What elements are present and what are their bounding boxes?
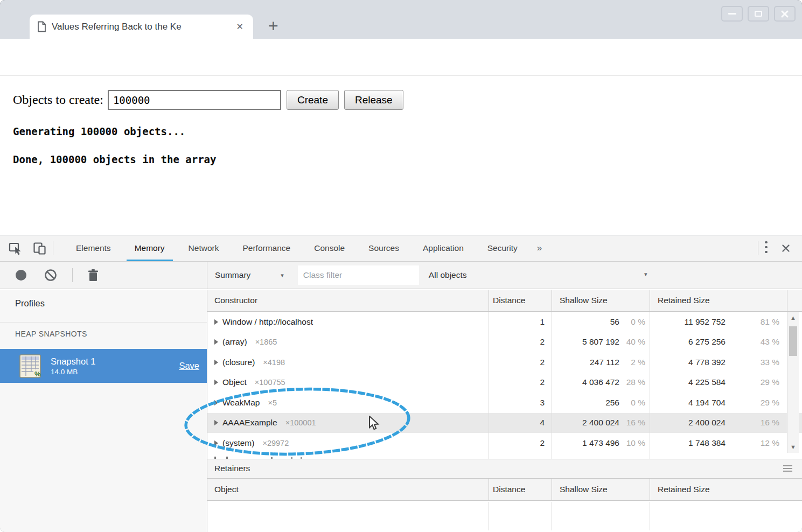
profiles-sidebar: Profiles HEAP SNAPSHOTS % Snapshot 1 14.… <box>0 290 207 532</box>
browser-window: Values Referring Back to the Ke ✕ + <box>0 0 802 532</box>
memory-toolbar: Summary ▾ All objects ▾ <box>0 262 802 289</box>
expand-arrow-icon[interactable] <box>214 440 218 446</box>
inspect-element-icon[interactable] <box>9 242 22 255</box>
release-button[interactable]: Release <box>344 90 403 110</box>
scroll-down-icon[interactable]: ▼ <box>787 444 799 450</box>
scrollbar-thumb[interactable] <box>789 326 797 356</box>
devtools-tabs: ElementsMemoryNetworkPerformanceConsoleS… <box>64 235 529 261</box>
browser-tab[interactable]: Values Referring Back to the Ke ✕ <box>30 15 253 39</box>
devtools-tab[interactable]: Memory <box>123 235 177 261</box>
devtools-close-icon <box>782 244 790 253</box>
browser-toolbar: localhost/ch12/value-referring-to-key.ht… <box>0 39 802 76</box>
heap-snapshot-view: Constructor Distance Shallow Size Retain… <box>207 290 802 532</box>
create-button[interactable]: Create <box>287 90 339 110</box>
retainers-section-header: Retainers <box>207 459 802 479</box>
snapshot-icon: % <box>19 354 41 378</box>
expand-arrow-icon[interactable] <box>214 319 218 325</box>
tab-close-icon[interactable]: ✕ <box>234 22 246 32</box>
clear-profiles-button[interactable] <box>44 269 57 282</box>
save-snapshot-link[interactable]: Save <box>179 361 199 371</box>
column-header-retained-size[interactable]: Retained Size <box>650 479 802 500</box>
title-bar: Values Referring Back to the Ke ✕ + <box>0 0 802 39</box>
heap-table-scrollbar[interactable]: ▲ ▼ <box>787 312 799 453</box>
column-header-distance[interactable]: Distance <box>489 290 552 311</box>
chevron-down-icon: ▾ <box>644 271 647 278</box>
page-content: Objects to create: Create Release Genera… <box>0 76 802 235</box>
objects-count-input[interactable] <box>108 90 281 110</box>
retainers-title: Retainers <box>214 464 250 473</box>
snapshot-name: Snapshot 1 <box>51 356 95 367</box>
devtools-tab[interactable]: Elements <box>64 235 123 261</box>
devtools-panel: ElementsMemoryNetworkPerformanceConsoleS… <box>0 235 802 532</box>
column-header-retained-size[interactable]: Retained Size <box>650 290 787 311</box>
expand-arrow-icon[interactable] <box>214 380 218 385</box>
heap-table-row[interactable]: (array) ×1865 2 5 807 19240 % 6 275 2564… <box>207 332 802 353</box>
heap-table-row[interactable]: Window / http://localhost 1 560 % 11 952… <box>207 312 802 332</box>
expand-arrow-icon[interactable] <box>214 360 218 365</box>
heap-table-row[interactable]: Object ×100755 2 4 036 47228 % 4 225 584… <box>207 373 802 393</box>
minimize-icon <box>728 13 736 15</box>
status-line-generating: Generating 100000 objects... <box>13 125 185 137</box>
device-toolbar-icon[interactable] <box>33 242 46 255</box>
column-header-shallow-size[interactable]: Shallow Size <box>552 290 650 311</box>
expand-arrow-icon[interactable] <box>214 400 218 405</box>
column-header-shallow-size[interactable]: Shallow Size <box>552 479 650 500</box>
window-minimize-button[interactable] <box>721 6 743 22</box>
more-tabs-button[interactable]: » <box>529 243 549 254</box>
snapshot-size: 14.0 MB <box>51 368 95 376</box>
expand-arrow-icon[interactable] <box>214 339 218 345</box>
new-tab-button[interactable]: + <box>268 16 278 36</box>
devtools-tab[interactable]: Performance <box>231 235 302 261</box>
devtools-tab[interactable]: Console <box>302 235 357 261</box>
scroll-up-icon[interactable]: ▲ <box>787 314 799 321</box>
heap-table-row[interactable]: (closure) ×4198 2 247 1122 % 4 778 39233… <box>207 352 802 373</box>
devtools-tab[interactable]: Network <box>177 235 231 261</box>
profiles-title: Profiles <box>15 298 45 309</box>
chevron-down-icon: ▾ <box>281 272 284 279</box>
retainers-table-header: Object Distance Shallow Size Retained Si… <box>207 479 802 501</box>
retainers-menu-icon[interactable] <box>783 464 792 473</box>
heap-table-rows: Window / http://localhost 1 560 % 11 952… <box>207 312 802 453</box>
tab-title: Values Referring Back to the Ke <box>52 22 229 32</box>
page-favicon-icon <box>37 21 46 32</box>
svg-text:%: % <box>34 370 41 378</box>
status-line-done: Done, 100000 objects in the array <box>13 153 217 165</box>
perspective-value: Summary <box>215 270 250 280</box>
column-header-distance[interactable]: Distance <box>489 479 552 500</box>
heap-table-row[interactable]: AAAAExample ×100001 4 2 400 02416 % 2 40… <box>207 413 802 433</box>
devtools-tab[interactable]: Security <box>476 235 529 261</box>
objects-filter-select[interactable]: All objects <box>429 270 467 280</box>
objects-to-create-label: Objects to create: <box>13 93 103 107</box>
snapshot-list-item[interactable]: % Snapshot 1 14.0 MB Save <box>0 349 207 383</box>
retainers-table-body <box>207 502 802 530</box>
maximize-icon <box>755 11 762 17</box>
class-filter-input[interactable] <box>298 265 419 285</box>
devtools-tabbar: ElementsMemoryNetworkPerformanceConsoleS… <box>0 235 802 262</box>
expand-arrow-icon[interactable] <box>214 420 218 425</box>
window-close-icon <box>780 10 789 18</box>
devtools-menu-button[interactable] <box>765 241 768 256</box>
devtools-tab[interactable]: Sources <box>357 235 411 261</box>
delete-snapshot-button[interactable] <box>87 269 99 282</box>
partially-scrolled-row <box>207 453 802 459</box>
devtools-tab[interactable]: Application <box>411 235 476 261</box>
heap-snapshots-section-label: HEAP SNAPSHOTS <box>15 330 87 338</box>
heap-table-row[interactable]: WeakMap ×5 3 2560 % 4 194 70429 % <box>207 393 802 413</box>
record-heap-snapshot-button[interactable] <box>16 270 26 281</box>
column-header-constructor[interactable]: Constructor <box>207 290 489 311</box>
heap-table-header: Constructor Distance Shallow Size Retain… <box>207 290 802 312</box>
heap-table-row[interactable]: (system) ×29972 2 1 473 49610 % 1 748 38… <box>207 433 802 453</box>
perspective-select[interactable]: Summary ▾ <box>215 270 284 280</box>
window-close-button[interactable] <box>774 6 796 22</box>
column-header-object[interactable]: Object <box>207 479 489 500</box>
window-maximize-button[interactable] <box>748 6 769 22</box>
devtools-close-button[interactable] <box>782 244 790 253</box>
